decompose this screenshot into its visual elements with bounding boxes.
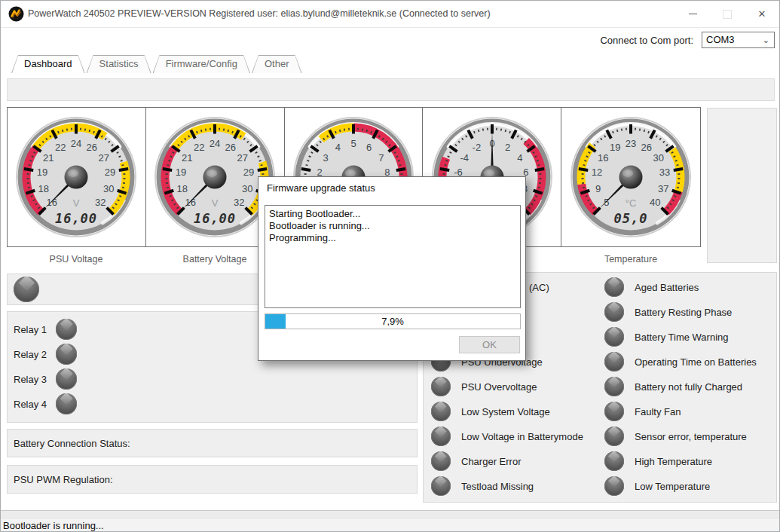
tab-label: Dashboard — [11, 55, 85, 72]
alarm-led-indicator — [604, 352, 624, 371]
gauge-label-temperature: Temperature — [561, 254, 700, 264]
ok-button[interactable]: OK — [459, 336, 520, 353]
alarm-led-indicator — [431, 427, 451, 446]
alarm-low-temperature: Low Temperature — [604, 476, 776, 496]
alarm-low-system-voltage: Low System Voltage — [431, 402, 603, 421]
statusbar-divider — [1, 510, 779, 518]
maximize-button[interactable] — [710, 1, 745, 27]
svg-text:-2: -2 — [472, 142, 481, 153]
alarm-label: Low Temperature — [635, 476, 710, 496]
firmware-log-box: Starting Bootloader...Bootloader is runn… — [265, 205, 521, 308]
relay-label: Relay 1 — [14, 319, 47, 340]
alarm-testload-missing: Testload Missing — [431, 476, 603, 496]
svg-text:V: V — [212, 197, 219, 209]
com-port-select[interactable]: COM3 ⌄ — [702, 32, 775, 48]
alarm-label: High Temperature — [635, 451, 712, 471]
alarm-battery-not-fully-charged: Battery not fully Charged — [604, 377, 776, 396]
close-button[interactable]: ✕ — [745, 1, 779, 27]
alarm-led-indicator — [604, 451, 624, 471]
svg-text:3: 3 — [323, 152, 329, 164]
alarm-led-indicator — [604, 302, 624, 322]
svg-text:16,00: 16,00 — [194, 211, 236, 226]
relay-label: Relay 4 — [14, 393, 47, 414]
alarm-label: Battery not fully Charged — [635, 377, 742, 396]
svg-text:22: 22 — [194, 142, 204, 153]
svg-text:9: 9 — [595, 183, 601, 194]
alarm-psu-overvoltage: PSU Overvoltage — [431, 377, 603, 396]
alarm-led-indicator — [604, 402, 624, 421]
log-line: Starting Bootloader... — [269, 208, 516, 220]
svg-text:23: 23 — [626, 138, 636, 149]
relay-row: Relay 4 — [8, 393, 417, 414]
app-logo-icon — [8, 6, 24, 22]
svg-text:19: 19 — [176, 167, 186, 178]
alarm-led-indicator — [604, 277, 624, 297]
tab-firmware-config[interactable]: Firmware/Config — [153, 55, 250, 73]
svg-text:27: 27 — [99, 152, 109, 164]
alarm-label: Battery Time Warning — [635, 327, 729, 347]
svg-text:16: 16 — [598, 152, 608, 164]
svg-text:27: 27 — [237, 152, 248, 164]
alarm-led-indicator — [604, 476, 624, 496]
svg-text:V: V — [73, 197, 80, 209]
alarm-faulty-fan: Faulty Fan — [604, 402, 776, 421]
alarm-battery-resting-phase: Battery Resting Phase — [604, 302, 776, 322]
tab-dashboard[interactable]: Dashboard — [11, 55, 85, 73]
svg-text:26: 26 — [641, 142, 652, 153]
svg-text:21: 21 — [182, 152, 192, 164]
svg-text:33: 33 — [659, 167, 670, 178]
psu-pwm-label: PSU PWM Regulation: — [14, 466, 113, 493]
svg-text:18: 18 — [38, 183, 49, 194]
svg-text:19: 19 — [610, 142, 620, 153]
alarm-led-indicator — [431, 402, 451, 421]
gauge-temperature: 59121619232630333740°C05,0 — [561, 108, 700, 246]
svg-text:22: 22 — [55, 142, 66, 153]
svg-text:6: 6 — [366, 142, 372, 153]
tab-label: Firmware/Config — [153, 55, 250, 72]
alarm-led-indicator — [604, 327, 624, 347]
relay-led-indicator — [56, 368, 77, 390]
close-icon: ✕ — [758, 9, 766, 19]
svg-text:24: 24 — [71, 138, 81, 149]
svg-text:4: 4 — [517, 152, 522, 164]
side-panel — [707, 108, 777, 263]
relay-led-indicator — [56, 344, 77, 365]
log-line: Programming... — [269, 232, 516, 244]
svg-text:30: 30 — [103, 183, 114, 194]
alarm-label: Faulty Fan — [635, 402, 681, 421]
alarm-label: Low Voltage in Batterymode — [461, 427, 583, 446]
window-title: PowerWatch 240502 PREVIEW-VERSION Regist… — [28, 1, 491, 27]
battery-connection-label: Battery Connection Status: — [14, 430, 130, 457]
alarm-operating-time-on-batteries: Operating Time on Batteries — [604, 352, 776, 371]
app-window: PowerWatch 240502 PREVIEW-VERSION Regist… — [0, 0, 780, 532]
alarm-led-indicator — [604, 377, 624, 396]
svg-text:18: 18 — [177, 183, 188, 194]
svg-text:05,0: 05,0 — [614, 211, 648, 226]
minimize-button[interactable] — [675, 1, 710, 27]
com-port-value: COM3 — [706, 34, 735, 45]
statusbar: Bootloader is running... — [1, 518, 779, 532]
alarm-label: Sensor error, temperature — [635, 427, 747, 446]
firmware-progress-bar: 7,9% — [265, 313, 521, 329]
svg-text:32: 32 — [234, 197, 244, 208]
relay-row: Relay 3 — [8, 368, 417, 390]
svg-text:12: 12 — [592, 167, 602, 178]
gauge-label-psu-voltage: PSU Voltage — [7, 254, 145, 264]
svg-text:24: 24 — [210, 138, 220, 149]
alarm-sensor-error-temperature: Sensor error, temperature — [604, 427, 776, 446]
svg-text:19: 19 — [37, 167, 47, 178]
status-text: Bootloader is running... — [3, 520, 104, 531]
dialog-title: Firmware upgrade status — [267, 182, 375, 194]
svg-text:-4: -4 — [460, 152, 469, 164]
tab-other[interactable]: Other — [252, 55, 302, 73]
chevron-down-icon: ⌄ — [763, 32, 769, 47]
firmware-upgrade-dialog: Firmware upgrade status Starting Bootloa… — [258, 176, 526, 361]
maximize-icon — [723, 10, 732, 19]
info-bar — [7, 78, 775, 101]
alarm-label: Aged Batteries — [635, 277, 699, 297]
alarm-led-indicator — [431, 377, 451, 396]
alarm-label: (AC) — [529, 277, 549, 297]
svg-text:37: 37 — [658, 183, 668, 194]
tab-statistics[interactable]: Statistics — [87, 55, 151, 73]
alarm-label: Charger Error — [461, 451, 521, 471]
